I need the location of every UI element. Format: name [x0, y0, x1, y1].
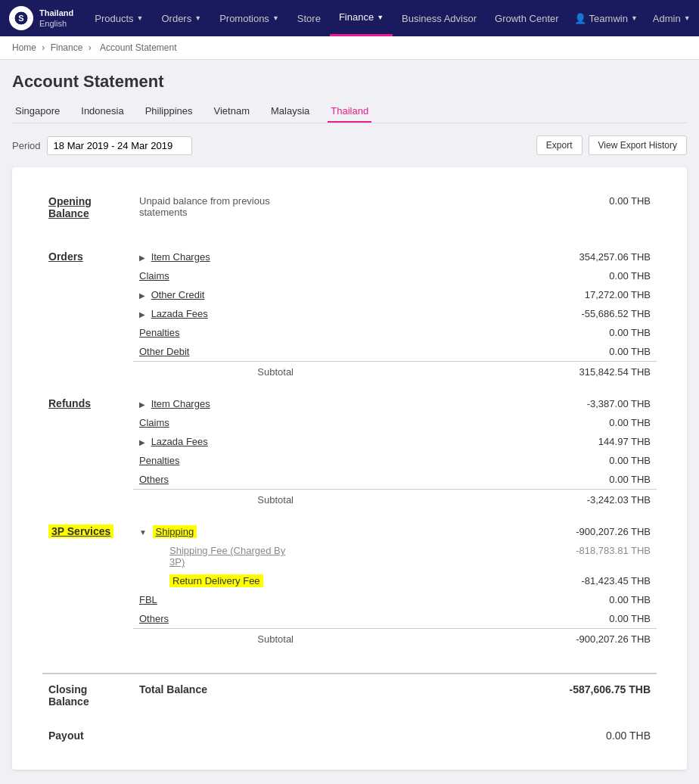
nav-orders[interactable]: Orders ▼	[152, 0, 210, 36]
services-return-delivery: Return Delivery Fee	[133, 571, 300, 590]
chevron-down-icon: ▼	[377, 14, 384, 21]
export-button[interactable]: Export	[536, 135, 582, 155]
orders-lazada-fees: ▶ Lazada Fees	[133, 304, 300, 323]
breadcrumb-home[interactable]: Home	[12, 42, 36, 53]
region-name: Thailand	[39, 8, 73, 18]
tab-thailand[interactable]: Thailand	[328, 101, 371, 123]
nav-menu: Products ▼ Orders ▼ Promotions ▼ Store F…	[85, 0, 567, 36]
orders-subtotal-row: Subtotal 315,842.54 THB	[42, 362, 657, 383]
services-others: Others	[133, 609, 300, 629]
closing-balance-label: Closing Balance	[42, 674, 133, 711]
page-title: Account Statement	[12, 72, 687, 92]
refunds-others: Others	[133, 470, 300, 490]
period-wrapper: 18 Mar 2019 - 24 Mar 2019	[47, 136, 192, 155]
country-tabs: Singapore Indonesia Philippines Vietnam …	[12, 101, 687, 123]
refunds-subtotal-amount: -3,242.03 THB	[300, 490, 657, 511]
region-selector[interactable]: Thailand English	[39, 8, 73, 30]
refunds-subtotal-row: Subtotal -3,242.03 THB	[42, 490, 657, 511]
tab-singapore[interactable]: Singapore	[12, 101, 63, 123]
navbar: S Thailand English Products ▼ Orders ▼ P…	[0, 0, 699, 36]
refunds-item-charges: ▶ Item Charges	[133, 394, 300, 413]
opening-balance-label: Opening Balance	[42, 191, 133, 223]
chevron-down-icon: ▼	[137, 14, 144, 22]
closing-balance-amount: -587,606.75 THB	[300, 674, 657, 711]
nav-promotions[interactable]: Promotions ▼	[210, 0, 288, 36]
orders-claims: Claims	[133, 266, 300, 285]
logo[interactable]: S	[9, 6, 33, 30]
nav-store[interactable]: Store	[288, 0, 330, 36]
statement-table: Opening Balance Unpaid balance from prev…	[42, 191, 657, 745]
refunds-claims-row: Claims 0.00 THB	[42, 413, 657, 432]
orders-item-charges-row: Orders ▶ Item Charges 354,257.06 THB	[42, 247, 657, 266]
nav-growth-center[interactable]: Growth Center	[486, 0, 568, 36]
tab-philippines[interactable]: Philippines	[142, 101, 196, 123]
services-shipping: ▼ Shipping	[133, 522, 300, 541]
payout-label: Payout	[42, 723, 133, 745]
chevron-down-icon: ▼	[684, 14, 691, 22]
nav-products[interactable]: Products ▼	[85, 0, 152, 36]
tab-malaysia[interactable]: Malaysia	[268, 101, 312, 123]
services-return-delivery-row: Return Delivery Fee -81,423.45 THB	[42, 571, 657, 590]
chevron-down-icon: ▼	[272, 14, 279, 22]
services-others-row: Others 0.00 THB	[42, 609, 657, 629]
services-subtotal-amount: -900,207.26 THB	[300, 629, 657, 650]
orders-claims-row: Claims 0.00 THB	[42, 266, 657, 285]
orders-penalties: Penalties	[133, 323, 300, 342]
period-left: Period 18 Mar 2019 - 24 Mar 2019	[12, 136, 192, 155]
closing-balance-desc: Total Balance	[133, 674, 300, 711]
orders-subtotal-label: Subtotal	[133, 362, 300, 383]
refunds-label: Refunds	[42, 394, 133, 510]
period-row: Period 18 Mar 2019 - 24 Mar 2019 Export …	[12, 135, 687, 155]
services-fbl: FBL	[133, 590, 300, 609]
payout-row: Payout 0.00 THB	[42, 723, 657, 745]
action-buttons: Export View Export History	[536, 135, 687, 155]
services-subtotal-row: Subtotal -900,207.26 THB	[42, 629, 657, 650]
payout-amount: 0.00 THB	[300, 723, 657, 745]
period-select[interactable]: 18 Mar 2019 - 24 Mar 2019	[47, 136, 192, 155]
statement-card: Opening Balance Unpaid balance from prev…	[12, 167, 687, 770]
view-history-button[interactable]: View Export History	[589, 135, 687, 155]
tab-vietnam[interactable]: Vietnam	[211, 101, 253, 123]
nav-business-advisor[interactable]: Business Advisor	[393, 0, 486, 36]
arrow-icon: ▶	[139, 400, 145, 409]
user-icon: 👤	[574, 13, 586, 24]
arrow-icon: ▶	[139, 310, 145, 319]
refunds-item-charges-row: Refunds ▶ Item Charges -3,387.00 THB	[42, 394, 657, 413]
chevron-down-icon: ▼	[631, 14, 638, 22]
page-container: Account Statement Singapore Indonesia Ph…	[0, 60, 699, 782]
period-label: Period	[12, 140, 41, 151]
chevron-down-icon: ▼	[194, 14, 201, 22]
nav-admin[interactable]: Admin ▼	[647, 0, 697, 36]
arrow-icon: ▶	[139, 254, 145, 262]
orders-subtotal-amount: 315,842.54 THB	[300, 362, 657, 383]
services-shipping-fee-row: Shipping Fee (Charged By 3P) -818,783.81…	[42, 541, 657, 571]
breadcrumb: Home › Finance › Account Statement	[0, 36, 699, 60]
refunds-claims: Claims	[133, 413, 300, 432]
opening-balance-row: Opening Balance Unpaid balance from prev…	[42, 191, 657, 223]
orders-penalties-row: Penalties 0.00 THB	[42, 323, 657, 342]
orders-other-debit: Other Debit	[133, 342, 300, 362]
arrow-icon: ▶	[139, 291, 145, 300]
refunds-penalties-row: Penalties 0.00 THB	[42, 451, 657, 470]
orders-other-credit: ▶ Other Credit	[133, 285, 300, 304]
orders-item-charges: ▶ Item Charges	[133, 247, 300, 266]
closing-balance-row: Closing Balance Total Balance -587,606.7…	[42, 674, 657, 711]
orders-item-charges-amount: 354,257.06 THB	[300, 247, 657, 266]
services-3p-label: 3P Services	[42, 522, 133, 649]
breadcrumb-current: Account Statement	[100, 42, 176, 53]
orders-other-credit-row: ▶ Other Credit 17,272.00 THB	[42, 285, 657, 304]
arrow-icon: ▶	[139, 438, 145, 446]
orders-label: Orders	[42, 247, 133, 382]
svg-text:S: S	[18, 14, 23, 23]
services-shipping-fee: Shipping Fee (Charged By 3P)	[133, 541, 300, 571]
breadcrumb-finance[interactable]: Finance	[51, 42, 83, 53]
services-fbl-row: FBL 0.00 THB	[42, 590, 657, 609]
opening-balance-amount: 0.00 THB	[300, 191, 657, 223]
opening-balance-desc: Unpaid balance from previous statements	[133, 191, 300, 223]
nav-finance[interactable]: Finance ▼	[330, 0, 393, 36]
refunds-lazada-fees: ▶ Lazada Fees	[133, 432, 300, 451]
nav-user[interactable]: 👤 Teamwin ▼	[568, 0, 644, 36]
tab-indonesia[interactable]: Indonesia	[78, 101, 126, 123]
refunds-subtotal-label: Subtotal	[133, 490, 300, 511]
arrow-icon: ▼	[139, 528, 147, 537]
